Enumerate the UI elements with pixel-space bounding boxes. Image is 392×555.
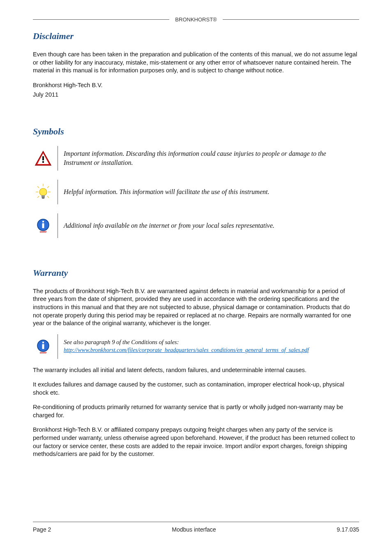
info-www-icon: www — [33, 213, 53, 238]
symbol-row-tip: Helpful information. This information wi… — [33, 180, 359, 204]
warranty-note-text: See also paragraph 9 of the Conditions o… — [64, 334, 309, 359]
footer-doc-code: 9.17.035 — [337, 526, 360, 533]
warranty-note-lead: See also paragraph 9 of the Conditions o… — [64, 338, 309, 347]
symbols-heading: Symbols — [33, 126, 359, 137]
symbol-divider — [58, 213, 58, 238]
svg-rect-16 — [42, 223, 44, 228]
symbol-divider — [58, 180, 58, 204]
warranty-para1: The products of Bronkhorst High-Tech B.V… — [33, 287, 359, 328]
svg-line-5 — [37, 186, 39, 188]
svg-line-6 — [47, 186, 49, 188]
disclaimer-company: Bronkhorst High-Tech B.V. — [33, 81, 359, 90]
svg-rect-3 — [42, 161, 44, 163]
header-rule-left — [33, 19, 169, 20]
svg-rect-2 — [42, 156, 44, 160]
disclaimer-body: Even though care has been taken in the p… — [33, 51, 359, 75]
symbol-row-info: www Additional info available on the int… — [33, 213, 359, 238]
svg-point-15 — [42, 221, 44, 222]
brand-name: BRONKHORST® — [175, 16, 217, 23]
warranty-para4: Re-conditioning of products primarily re… — [33, 403, 359, 419]
info-www-icon: www — [33, 334, 53, 359]
svg-line-9 — [37, 196, 39, 198]
symbol-warning-line1: Important information. Discarding this i… — [64, 149, 326, 158]
symbol-divider — [58, 146, 58, 171]
svg-rect-13 — [42, 198, 44, 199]
disclaimer-heading: Disclaimer — [33, 31, 359, 42]
symbol-text-tip: Helpful information. This information wi… — [64, 180, 269, 204]
symbol-row-warning: Important information. Discarding this i… — [33, 146, 359, 171]
disclaimer-signoff: Bronkhorst High-Tech B.V. July 2011 — [33, 81, 359, 99]
svg-rect-12 — [42, 195, 45, 198]
footer-rule — [33, 522, 359, 522]
warranty-para2: The warranty includes all initial and la… — [33, 366, 359, 375]
symbol-divider — [58, 334, 58, 359]
symbol-text-warning: Important information. Discarding this i… — [64, 146, 326, 171]
svg-point-19 — [42, 341, 44, 343]
header-rule-right — [223, 19, 359, 20]
warranty-para3: It excludes failures and damage caused b… — [33, 381, 359, 397]
symbol-info-line1: Additional info available on the interne… — [64, 221, 274, 230]
warranty-note-link[interactable]: http://www.bronkhorst.com/files/corporat… — [64, 347, 309, 354]
symbol-warning-line2: Instrument or installation. — [64, 158, 326, 167]
lightbulb-icon — [33, 180, 53, 204]
footer-doc-title: Modbus interface — [172, 526, 216, 533]
disclaimer-date: July 2011 — [33, 91, 359, 99]
svg-text:www: www — [40, 230, 47, 233]
warning-icon — [33, 146, 53, 171]
warranty-heading: Warranty — [33, 268, 359, 278]
footer-page-number: Page 2 — [33, 526, 51, 533]
disclaimer-para1: Even though care has been taken in the p… — [33, 51, 359, 75]
warranty-note-row: www See also paragraph 9 of the Conditio… — [33, 334, 359, 359]
svg-rect-20 — [42, 344, 44, 349]
symbol-tip-line1: Helpful information. This information wi… — [64, 187, 269, 197]
warranty-para5: Bronkhorst High-Tech B.V. or affiliated … — [33, 426, 359, 458]
page-top-header: BRONKHORST® — [33, 16, 359, 23]
page-footer: Page 2 Modbus interface 9.17.035 — [33, 522, 359, 533]
svg-point-11 — [39, 188, 47, 196]
svg-text:www: www — [40, 351, 47, 354]
svg-line-10 — [47, 196, 49, 198]
symbol-text-info: Additional info available on the interne… — [64, 213, 274, 238]
